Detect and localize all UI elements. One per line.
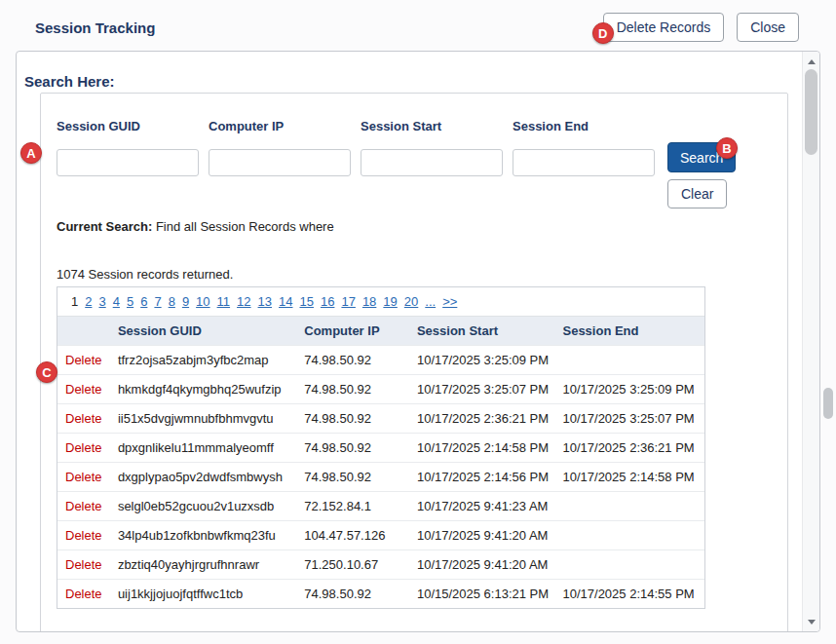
header-session-end: Session End	[554, 317, 704, 345]
page-link[interactable]: 8	[169, 294, 175, 309]
current-search-text: Find all Session Records where	[156, 219, 334, 234]
panel-scrollbar[interactable]	[802, 52, 819, 631]
session-guid-cell: ii51x5dvgjwmnubfbhmvgvtu	[110, 404, 296, 433]
computer-ip-cell: 74.98.50.92	[296, 375, 409, 403]
session-start-cell: 10/15/2025 6:13:21 PM	[409, 580, 555, 608]
delete-link[interactable]: Delete	[65, 499, 102, 513]
computer-ip-cell: 74.98.50.92	[296, 434, 409, 462]
delete-link[interactable]: Delete	[65, 528, 102, 543]
delete-link[interactable]: Delete	[65, 440, 102, 455]
records-count: 1074 Session records returned.	[57, 267, 787, 282]
table-row: Delete dpxgnlikelu11mmmalyeomff 74.98.50…	[57, 433, 704, 462]
session-end-cell: 10/17/2025 2:14:55 PM	[554, 580, 704, 608]
session-end-cell	[554, 346, 704, 374]
delete-link[interactable]: Delete	[65, 470, 102, 484]
annotation-badge-d: D	[592, 22, 614, 44]
header-actions: D Delete Records Close	[603, 13, 799, 42]
page-link[interactable]: 6	[140, 294, 147, 309]
session-guid-cell: 34lp4ub1zofkbnbwfkmq23fu	[110, 521, 296, 549]
session-guid-field: Session GUID	[57, 119, 209, 176]
page-link[interactable]: 14	[279, 294, 292, 309]
page-link[interactable]: 20	[404, 294, 418, 309]
delete-link[interactable]: Delete	[65, 382, 102, 397]
table-row: Delete selgl0eb52gcuou2v1uzxsdb 72.152.8…	[57, 491, 704, 520]
page-link-ellipsis[interactable]: ...	[425, 294, 436, 309]
table-row: Delete 34lp4ub1zofkbnbwfkmq23fu 104.47.5…	[57, 520, 704, 549]
page-title: Session Tracking	[35, 19, 603, 36]
session-start-cell: 10/17/2025 9:41:20 AM	[409, 550, 555, 579]
computer-ip-cell: 104.47.57.126	[296, 521, 409, 549]
session-guid-cell: dxgplypao5pv2dwdfsmbwysh	[110, 463, 296, 491]
session-guid-cell: tfrz2ojsa5zabjm3yfbc2map	[110, 346, 296, 374]
page-link[interactable]: 15	[299, 294, 313, 309]
scroll-up-arrow-icon[interactable]	[803, 54, 819, 69]
delete-records-button[interactable]: Delete Records	[603, 13, 725, 42]
session-end-field: Session End	[513, 119, 665, 176]
page-link[interactable]: 13	[258, 294, 272, 309]
page-link[interactable]: 10	[196, 294, 209, 309]
computer-ip-cell: 74.98.50.92	[296, 404, 409, 433]
page-link[interactable]: 3	[98, 294, 105, 309]
header-delete-cell	[57, 317, 110, 345]
session-guid-cell: dpxgnlikelu11mmmalyeomff	[110, 434, 296, 462]
page-link-next[interactable]: >>	[442, 294, 457, 309]
computer-ip-field: Computer IP	[209, 119, 361, 176]
session-start-input[interactable]	[361, 149, 503, 176]
session-tracking-page: { "header": { "title": "Session Tracking…	[0, 0, 836, 644]
page-scrollbar-thumb[interactable]	[823, 388, 833, 419]
annotation-badge-b: B	[716, 137, 738, 159]
search-heading: Search Here:	[24, 73, 780, 90]
annotation-badge-c: C	[36, 361, 57, 383]
session-end-cell: 10/17/2025 3:25:07 PM	[554, 404, 704, 433]
page-link[interactable]: 2	[85, 294, 92, 309]
session-guid-input[interactable]	[57, 149, 199, 176]
pagination: 1 2 3 4 5 6 7 8 9 10 11 12 13 14 15 16 1…	[57, 287, 704, 317]
page-link[interactable]: 4	[113, 294, 120, 309]
page-link[interactable]: 11	[217, 294, 231, 309]
table-header-row: Session GUID Computer IP Session Start S…	[57, 317, 704, 345]
clear-button[interactable]: Clear	[667, 179, 727, 208]
computer-ip-input[interactable]	[209, 149, 351, 176]
page-link[interactable]: 9	[182, 294, 189, 309]
session-start-cell: 10/17/2025 2:14:58 PM	[409, 434, 555, 462]
page-link[interactable]: 19	[383, 294, 397, 309]
delete-link[interactable]: Delete	[65, 587, 102, 601]
current-search-label: Current Search:	[57, 219, 152, 234]
page-link[interactable]: 7	[154, 294, 161, 309]
table-row: Delete tfrz2ojsa5zabjm3yfbc2map 74.98.50…	[57, 345, 704, 374]
delete-link[interactable]: Delete	[65, 557, 102, 572]
computer-ip-cell: 74.98.50.92	[296, 346, 409, 374]
computer-ip-cell: 72.152.84.1	[296, 492, 409, 520]
page-link[interactable]: 18	[362, 294, 376, 309]
table-row: Delete ii51x5dvgjwmnubfbhmvgvtu 74.98.50…	[57, 403, 704, 433]
computer-ip-cell: 74.98.50.92	[296, 463, 409, 491]
session-guid-cell: selgl0eb52gcuou2v1uzxsdb	[110, 492, 296, 520]
session-end-input[interactable]	[513, 149, 655, 176]
close-button[interactable]: Close	[737, 13, 799, 42]
session-guid-cell: hkmkdgf4qkymgbhq25wufzip	[110, 375, 296, 403]
page-link[interactable]: 12	[237, 294, 250, 309]
delete-link[interactable]: Delete	[65, 411, 102, 426]
computer-ip-cell: 71.250.10.67	[296, 550, 409, 579]
table-row: Delete uij1kkjjojuojfqtffwc1tcb 74.98.50…	[57, 579, 704, 608]
scrollbar-thumb[interactable]	[805, 69, 817, 155]
page-link[interactable]: 5	[127, 294, 133, 309]
table-row: Delete dxgplypao5pv2dwdfsmbwysh 74.98.50…	[57, 462, 704, 491]
computer-ip-label: Computer IP	[209, 119, 361, 133]
scroll-down-arrow-icon[interactable]	[803, 614, 819, 629]
session-start-cell: 10/17/2025 9:41:20 AM	[409, 521, 555, 549]
current-search: Current Search: Find all Session Records…	[57, 219, 787, 234]
page-link[interactable]: 17	[341, 294, 355, 309]
page-link[interactable]: 16	[321, 294, 334, 309]
header-session-guid: Session GUID	[110, 317, 296, 345]
session-guid-label: Session GUID	[57, 119, 209, 133]
session-end-cell	[554, 550, 704, 579]
session-end-cell: 10/17/2025 3:25:09 PM	[554, 375, 704, 403]
session-end-cell: 10/17/2025 2:36:21 PM	[554, 434, 704, 462]
computer-ip-cell: 74.98.50.92	[296, 580, 409, 608]
session-end-cell	[554, 492, 704, 520]
annotation-badge-a: A	[20, 142, 42, 164]
header-session-start: Session Start	[409, 317, 555, 345]
delete-link[interactable]: Delete	[65, 353, 102, 367]
session-start-cell: 10/17/2025 3:25:09 PM	[409, 346, 555, 374]
